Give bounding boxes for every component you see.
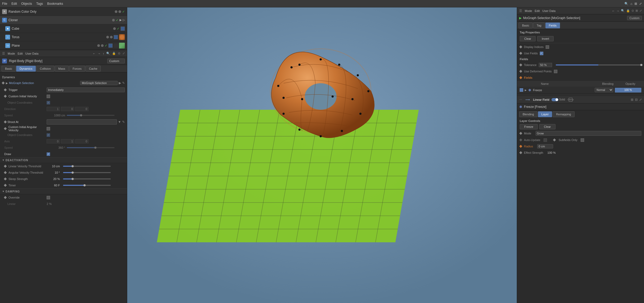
tab-collision[interactable]: Collision [36, 66, 54, 72]
right-edit-menu[interactable]: Edit [535, 9, 540, 12]
mode-menu[interactable]: Mode [8, 52, 15, 55]
viewport[interactable] [127, 7, 517, 303]
mograph-btn2[interactable]: ✎ [122, 81, 125, 85]
shoot-at-dropdown[interactable]: ▼ [118, 120, 121, 124]
list-item-cloner[interactable]: C Cloner ✓ ▶ ▷ [0, 16, 127, 24]
dir-x[interactable] [47, 107, 60, 111]
use-fields-check[interactable] [540, 52, 543, 55]
ss-thumb[interactable] [72, 178, 74, 180]
menu-file[interactable]: File [2, 2, 7, 6]
subfields-check[interactable] [581, 138, 584, 142]
mograph-row[interactable]: ▶ MoGraph Selection MoGraph Selection ▶ … [0, 79, 127, 87]
menu-objects[interactable]: Objects [21, 2, 32, 6]
custom-dropdown[interactable]: Custom [107, 59, 125, 63]
deformed-check[interactable] [554, 70, 557, 73]
menu-tags[interactable]: Tags [36, 2, 43, 6]
list-item-cube[interactable]: ■ Cube ✓ [0, 24, 127, 33]
custom-angular-check[interactable] [47, 127, 50, 130]
mode-select[interactable]: Grow [536, 131, 641, 136]
tab-cache[interactable]: Cache [86, 66, 101, 72]
right-mode-menu[interactable]: Mode [525, 9, 532, 12]
right-back[interactable]: ← [612, 9, 615, 12]
layer-tab-btn[interactable]: Layer [538, 111, 552, 117]
right-lock[interactable]: 🔒 [626, 9, 630, 12]
list-item-plane[interactable]: ▭ Plane ✓ [0, 41, 127, 50]
angular-vel-slider[interactable] [63, 172, 111, 173]
menu-edit[interactable]: Edit [11, 2, 17, 6]
t-thumb[interactable] [83, 184, 86, 186]
remapping-tab[interactable]: Remapping [553, 111, 574, 117]
play-r-btn[interactable]: ▷ [123, 18, 125, 22]
right-tab-basic[interactable]: Basic [519, 23, 533, 28]
angular-speed-slider[interactable] [67, 147, 114, 148]
blend-select[interactable]: Normal [595, 88, 613, 92]
right-userdata-menu[interactable]: User Data [542, 9, 556, 12]
up-btn[interactable]: ↑ [103, 52, 104, 55]
edit-menu[interactable]: Edit [18, 52, 23, 55]
lv-thumb[interactable] [72, 165, 74, 167]
clear-btn[interactable]: Clear [520, 36, 536, 41]
auto-update-check[interactable] [544, 138, 547, 142]
right-forward[interactable]: → [616, 9, 619, 12]
userdata-menu[interactable]: User Data [25, 52, 39, 55]
invert-btn[interactable]: Invert [537, 36, 554, 41]
right-tab-tag[interactable]: Tag [533, 23, 545, 28]
av-thumb[interactable] [72, 172, 74, 174]
lock-btn[interactable]: 🔒 [112, 52, 116, 55]
right-tab-fields[interactable]: Fields [545, 23, 560, 28]
search-btn[interactable]: 🔍 [106, 52, 110, 55]
menu-bookmarks[interactable]: Bookmarks [47, 2, 63, 6]
right-cam[interactable]: ⊙ [632, 9, 634, 12]
shoot-at-edit[interactable]: ✎ [122, 120, 125, 124]
dir-z[interactable] [75, 107, 89, 111]
list-item-torus[interactable]: ○ Torus [0, 33, 127, 41]
trigger-select[interactable]: Immediately [47, 87, 125, 92]
tolerance-input[interactable] [539, 63, 552, 67]
freeze-expand[interactable]: ▶ [525, 89, 527, 91]
obj-coords-check1[interactable] [47, 101, 50, 104]
search-icon[interactable]: 🔍 [624, 2, 628, 6]
draw-check[interactable] [47, 152, 50, 156]
tab-mass[interactable]: Mass [55, 66, 69, 72]
tab-forces[interactable]: Forces [69, 66, 85, 72]
freeze-check[interactable] [520, 88, 523, 92]
clear-layer-btn[interactable]: Clear [539, 124, 555, 129]
maximize-icon[interactable]: ⤢ [639, 2, 642, 6]
right-expand[interactable]: ⤢ [639, 9, 642, 12]
axis-x[interactable] [47, 139, 60, 143]
tab-dynamics[interactable]: Dynamics [16, 66, 36, 72]
angular-speed-thumb[interactable] [94, 147, 96, 149]
display-indices-check[interactable] [546, 45, 549, 49]
freeze-layer-btn[interactable]: Freeze [520, 124, 538, 129]
view-btn[interactable]: ⊙ [118, 52, 120, 55]
custom-velocity-check[interactable] [47, 95, 50, 98]
lf-copy[interactable]: ⊞ [631, 98, 633, 102]
shoot-at-field[interactable] [47, 119, 117, 125]
expand-btn[interactable]: ⤢ [122, 52, 125, 55]
linear-vel-slider[interactable] [63, 166, 111, 167]
lf-clamp-icon[interactable]: Clamp [569, 98, 572, 102]
right-layout[interactable]: ⊞ [636, 9, 638, 12]
lf-solid-toggle[interactable]: Solid [552, 98, 565, 101]
mograph-btn1[interactable]: ▶ [119, 81, 121, 85]
layers-icon[interactable]: ⊞ [634, 2, 637, 6]
home-icon[interactable]: ⌂ [630, 2, 632, 6]
obj-coords-check2[interactable] [47, 133, 50, 137]
override-check[interactable] [47, 196, 50, 199]
deactivation-section[interactable]: ▼ DEACTIVATION [0, 157, 127, 163]
right-search[interactable]: 🔍 [621, 9, 625, 12]
damping-section[interactable]: ▼ DAMPING [0, 188, 127, 194]
forward-btn[interactable]: → [98, 52, 101, 55]
list-item[interactable]: R Random Color Only ✓ [0, 7, 127, 16]
tolerance-thumb[interactable] [640, 64, 642, 66]
lf-solid-btn[interactable] [552, 98, 558, 101]
play-btn[interactable]: ▶ [120, 18, 122, 22]
speed-slider[interactable] [67, 115, 114, 116]
blending-tab[interactable]: Blending [519, 111, 537, 117]
tab-basic[interactable]: Basic [2, 66, 16, 72]
back-btn[interactable]: ← [93, 52, 96, 55]
timer-slider[interactable] [63, 185, 111, 186]
radius-input[interactable] [537, 144, 553, 148]
fields-freeze-row[interactable]: ▶ ❄ Freeze Normal 100 % [517, 87, 644, 94]
speed-thumb[interactable] [80, 114, 82, 116]
